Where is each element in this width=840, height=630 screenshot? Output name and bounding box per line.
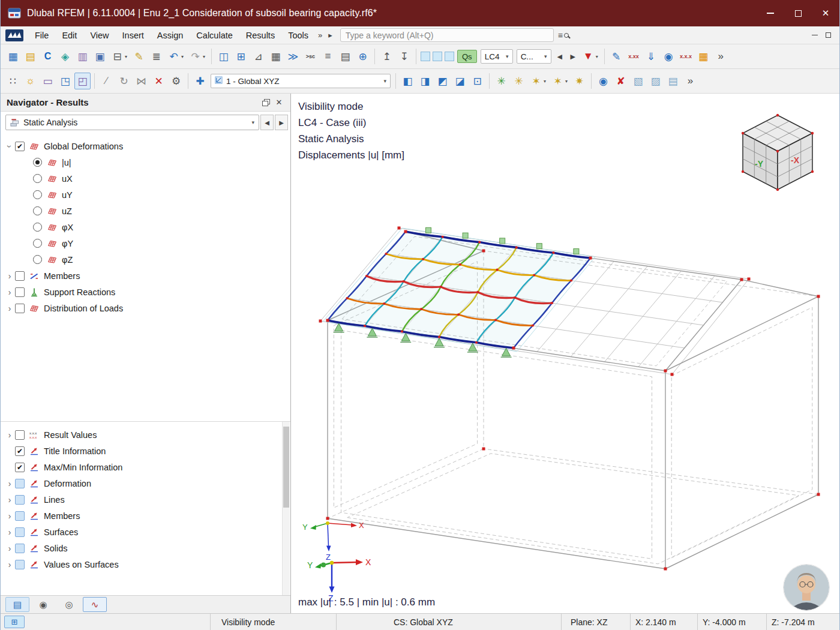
display-properties-button[interactable]: ✎ (608, 48, 625, 65)
analysis-type-select[interactable]: Static Analysis ▾ (5, 115, 259, 130)
chevron-down-icon[interactable]: ▾ (181, 54, 187, 59)
gallery-button[interactable]: ▥ (74, 48, 91, 65)
table-export-button[interactable]: ≫ (285, 48, 301, 65)
load-transfer-up-button[interactable]: ↥ (379, 48, 395, 65)
workplane-xz-button[interactable]: ◰ (74, 73, 91, 89)
radio-button[interactable] (33, 190, 42, 199)
checkbox[interactable] (15, 560, 25, 569)
tree-item-lines[interactable]: ›Lines (1, 491, 290, 508)
guidelines-button[interactable]: ▭ (40, 73, 56, 89)
chevron-icon[interactable]: › (4, 511, 15, 521)
prev-load-case-button[interactable]: ◀ (554, 48, 566, 65)
shop-cart-button[interactable]: ▦ (695, 48, 712, 65)
dimension-button[interactable]: ∕ (98, 73, 115, 89)
printout-report-button[interactable]: ▤ (337, 48, 353, 65)
child-minimize-button[interactable] (808, 29, 821, 42)
checkbox[interactable] (15, 430, 25, 440)
checkbox[interactable]: ✔ (15, 446, 25, 456)
tree-item-distribution-of-loads[interactable]: ›Distribution of Loads (1, 300, 290, 316)
tree-item-uz[interactable]: uZ (1, 203, 290, 219)
lc-color-swatch-1[interactable] (421, 52, 430, 61)
model-view-button[interactable]: ◈ (57, 48, 73, 65)
lc-color-swatch-2[interactable] (433, 52, 442, 61)
tree-item-title-information[interactable]: ✔Title Information (1, 443, 290, 459)
tree-item-values-on-surfaces[interactable]: ›Values on Surfaces (1, 556, 290, 572)
checkbox[interactable] (15, 495, 25, 505)
checkbox[interactable]: ✔ (15, 463, 25, 472)
tree-item-max-min-information[interactable]: ✔Max/Min Information (1, 459, 290, 475)
chevron-icon[interactable]: › (4, 544, 15, 553)
tree-item--y[interactable]: φY (1, 235, 290, 251)
radio-button[interactable] (33, 239, 42, 248)
prev-result-button[interactable]: ◀ (260, 115, 274, 130)
graphics-viewport[interactable]: Visibility modeLC4 - Case (iii)Static An… (291, 94, 839, 613)
menu-calculate[interactable]: Calculate (190, 26, 239, 44)
menu-results[interactable]: Results (239, 26, 281, 44)
menu-assign[interactable]: Assign (151, 26, 190, 44)
chevron-down-icon[interactable]: ▾ (544, 79, 549, 84)
new-note-button[interactable]: ✎ (131, 48, 147, 65)
chevron-down-icon[interactable]: ▾ (203, 54, 208, 59)
maximize-button[interactable] (784, 0, 812, 26)
tables-button[interactable]: ⊞ (233, 48, 249, 65)
menu-overflow-button[interactable]: » (315, 31, 325, 40)
undo-button[interactable]: ↶ (166, 48, 182, 65)
search-options-icon[interactable]: ≡ (554, 31, 573, 40)
visibility-by-object-button[interactable]: ✶ (528, 73, 544, 89)
sc-table-button[interactable]: >sc (302, 48, 319, 65)
tree-item-members[interactable]: ›Members (1, 508, 290, 524)
result-diagram-button[interactable]: ⊿ (250, 48, 266, 65)
checkbox[interactable]: ✔ (15, 142, 25, 151)
chevron-icon[interactable]: › (5, 141, 14, 152)
download-values-button[interactable]: ⇓ (643, 48, 659, 65)
mirror-button[interactable]: ⋈ (133, 73, 149, 89)
clipboard-report-button[interactable]: ≣ (148, 48, 164, 65)
chevron-icon[interactable]: › (4, 287, 15, 297)
dlubal-connect-button[interactable]: C (40, 48, 56, 65)
dock-panel-icon[interactable] (259, 96, 272, 109)
minimize-button[interactable] (757, 0, 784, 26)
navigator-panel-button[interactable]: ◫ (215, 48, 232, 65)
child-restore-button[interactable] (821, 29, 835, 42)
tree-item-members[interactable]: ›Members (1, 268, 290, 284)
menu-insert[interactable]: Insert (116, 26, 151, 44)
print-button[interactable]: ⊟ (109, 48, 125, 65)
select-objects-button[interactable]: ◧ (400, 73, 416, 89)
redo-button[interactable]: ↷ (187, 48, 203, 65)
tree-item--u-[interactable]: |u| (1, 154, 290, 170)
user-avatar[interactable] (784, 565, 829, 610)
open-model-button[interactable]: ▤ (22, 48, 38, 65)
isometric-view-button[interactable]: ▧ (630, 73, 646, 89)
chevron-icon[interactable]: › (4, 527, 15, 537)
radio-button[interactable] (33, 206, 42, 215)
chevron-icon[interactable]: › (4, 479, 15, 488)
chevron-icon[interactable]: › (4, 271, 15, 281)
tab-display[interactable]: ◉ (31, 597, 55, 612)
radio-button[interactable] (33, 223, 42, 232)
tree-item--z[interactable]: φZ (1, 251, 290, 268)
load-transfer-down-button[interactable]: ↧ (396, 48, 412, 65)
radio-button[interactable] (33, 255, 42, 264)
filter-results-button[interactable]: ▼ (580, 48, 596, 65)
tree-item--x[interactable]: φX (1, 219, 290, 235)
chevron-down-icon[interactable]: ▾ (125, 54, 130, 59)
show-values-button[interactable]: ◉ (661, 48, 677, 65)
chevron-icon[interactable]: › (4, 495, 15, 505)
tree-item-result-values[interactable]: ›x.x.xx.x.xResult Values (1, 427, 290, 443)
settings-button[interactable]: ⚙ (168, 73, 184, 89)
cancel-visibility-button[interactable]: ✘ (613, 73, 629, 89)
visibility-user-button[interactable]: ✳ (493, 73, 509, 89)
menu-tools[interactable]: Tools (281, 26, 315, 44)
tree-item-ux[interactable]: uX (1, 170, 290, 187)
toolbar2-overflow-button[interactable]: » (682, 73, 698, 89)
tree-item-support-reactions[interactable]: ›Support Reactions (1, 284, 290, 300)
toolbar1-overflow-button[interactable]: » (713, 48, 729, 65)
chevron-down-icon[interactable]: ▾ (565, 79, 571, 84)
menu-expand-button[interactable]: ▸ (325, 31, 335, 40)
chevron-icon[interactable]: › (4, 430, 15, 440)
radio-button[interactable] (33, 174, 42, 183)
next-load-case-button[interactable]: ▶ (567, 48, 579, 65)
statusbar-panel-button[interactable]: ⊞ (4, 616, 25, 628)
search-input[interactable] (341, 31, 553, 40)
navigation-cube[interactable]: -Y -X (733, 112, 823, 196)
